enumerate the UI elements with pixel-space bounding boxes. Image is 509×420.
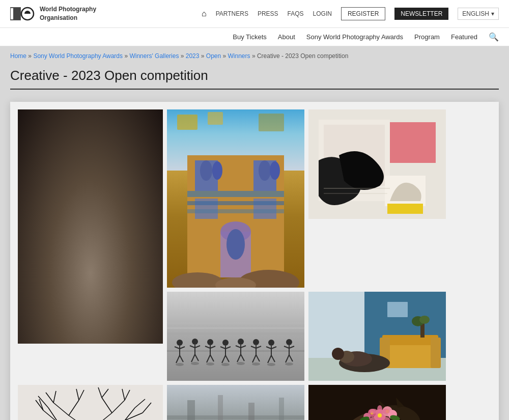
gallery-item-6[interactable] [18,385,163,420]
svg-rect-46 [387,204,423,214]
newsletter-button[interactable]: NEWSLETTER [394,8,448,20]
svg-rect-37 [187,209,284,213]
breadcrumb-galleries[interactable]: Winners' Galleries [129,52,179,60]
svg-rect-53 [167,350,304,352]
abstract-collage-image [308,109,446,219]
collage-image [167,109,304,288]
program-link[interactable]: Program [414,33,440,41]
gallery-item-4[interactable] [167,292,304,381]
svg-rect-19 [177,115,197,130]
svg-point-10 [66,201,97,252]
svg-point-4 [36,242,148,344]
faqs-link[interactable]: FAQS [288,10,304,17]
svg-point-82 [238,339,244,345]
svg-rect-52 [167,332,304,335]
gallery-item-5[interactable] [308,292,446,381]
search-icon: 🔍 [489,33,499,41]
svg-point-7 [53,221,89,262]
svg-line-14 [76,120,81,191]
svg-point-54 [177,340,183,346]
svg-point-96 [268,340,274,346]
top-nav-links: ⌂ PARTNERS PRESS FAQS LOGIN REGISTER NEW… [202,7,499,20]
gallery-item-2[interactable] [167,109,304,288]
gallery-item-1[interactable] [18,109,163,344]
logo-text: World Photography Organisation [40,5,96,22]
gallery-columns-2-3 [167,109,446,381]
breadcrumb-open[interactable]: Open [206,52,221,60]
svg-point-68 [207,339,213,345]
tree-image [18,385,163,420]
svg-point-12 [103,231,111,236]
svg-point-75 [222,340,229,346]
svg-point-6 [46,232,102,303]
svg-point-109 [285,362,293,366]
press-link[interactable]: PRESS [258,10,278,17]
svg-rect-166 [187,400,195,420]
svg-rect-168 [248,403,254,420]
svg-point-60 [176,363,184,366]
svg-point-182 [378,413,382,417]
svg-rect-1 [13,8,20,20]
horse-image [308,385,446,420]
language-selector[interactable]: ENGLISH ▾ [458,8,499,20]
svg-point-34 [227,229,245,260]
svg-point-28 [259,160,271,181]
svg-point-124 [419,316,430,324]
about-link[interactable]: About [278,33,295,41]
svg-rect-167 [218,395,223,420]
svg-point-17 [51,257,66,318]
gallery-row-top-right [167,109,446,288]
breadcrumb-awards[interactable]: Sony World Photography Awards [33,52,123,60]
svg-point-102 [267,363,275,366]
breadcrumb-current: Creative - 2023 Open competition [257,52,348,60]
page-title-section: Creative - 2023 Open competition [0,63,509,97]
svg-rect-50 [167,322,304,324]
svg-point-27 [212,161,222,180]
abstract-landscape-image [167,385,304,420]
svg-point-61 [192,339,198,345]
svg-point-8 [71,204,127,270]
language-label: ENGLISH [462,10,489,17]
gallery-item-7[interactable] [167,385,304,420]
svg-point-5 [46,237,137,328]
breadcrumb-winners[interactable]: Winners [228,52,250,60]
svg-point-67 [191,362,199,365]
breadcrumb-home[interactable]: Home [10,52,26,60]
svg-rect-20 [208,112,223,125]
partners-link[interactable]: PARTNERS [216,10,248,17]
breadcrumb-year[interactable]: 2023 [186,52,200,60]
svg-rect-117 [431,338,441,368]
svg-point-74 [206,362,214,366]
logo[interactable]: World Photography Organisation [10,5,96,22]
svg-point-11 [88,232,96,237]
sony-awards-link[interactable]: Sony World Photography Awards [306,33,403,41]
featured-link[interactable]: Featured [451,33,477,41]
gallery-row-bottom [18,385,491,420]
buy-tickets-link[interactable]: Buy Tickets [233,33,266,41]
svg-rect-44 [390,122,436,163]
svg-point-95 [252,362,260,366]
svg-point-121 [332,348,344,360]
search-button[interactable]: 🔍 [489,32,499,42]
svg-rect-115 [382,335,438,345]
gallery [0,97,509,420]
svg-rect-35 [187,191,284,197]
svg-point-185 [377,405,382,413]
portrait-image [18,109,163,344]
gallery-container [10,102,499,420]
svg-rect-51 [167,327,304,329]
svg-point-186 [382,409,390,414]
svg-rect-125 [387,302,408,317]
svg-point-81 [221,363,230,366]
gallery-row-1 [18,109,491,381]
top-navigation-bar: World Photography Organisation ⌂ PARTNER… [0,0,509,28]
register-button[interactable]: REGISTER [341,7,385,20]
gallery-item-3[interactable] [308,109,446,219]
login-link[interactable]: LOGIN [313,10,332,17]
breadcrumb: Home » Sony World Photography Awards » W… [0,46,509,63]
home-icon[interactable]: ⌂ [202,9,207,18]
gallery-item-8[interactable] [308,385,446,420]
svg-point-26 [200,160,212,181]
svg-point-89 [253,339,259,345]
runners-image [167,292,304,381]
